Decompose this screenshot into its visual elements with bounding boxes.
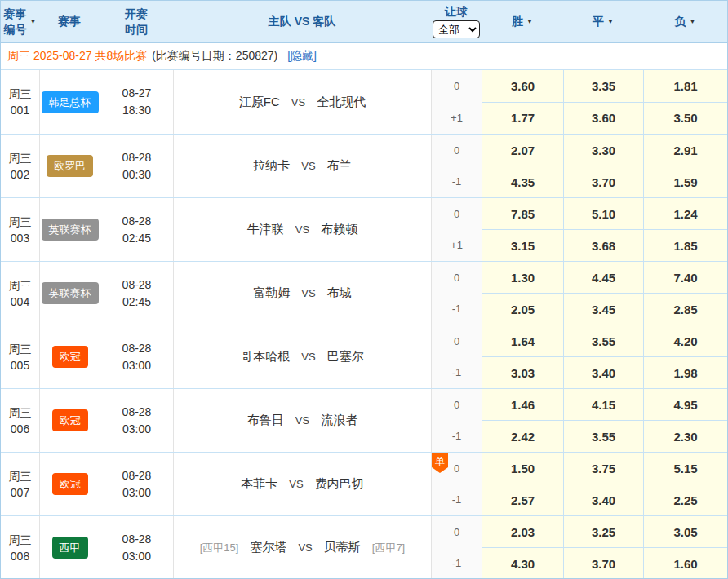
draw-odds-line1[interactable]: 3.35 [564,70,643,102]
win-odds-line1[interactable]: 1.46 [482,389,563,420]
draw-odds-column: 3.75 3.40 [563,453,643,515]
draw-odds-line1[interactable]: 3.30 [564,135,643,166]
header-match-id-label-line1: 赛事 [4,7,27,21]
lose-odds-line1[interactable]: 1.24 [644,198,727,229]
win-odds-line2[interactable]: 3.15 [482,229,563,261]
win-odds-line1[interactable]: 2.03 [482,516,563,547]
win-odds-line1[interactable]: 3.60 [482,70,563,102]
match-number: 008 [11,548,29,564]
league-badge[interactable]: 欧冠 [52,346,88,368]
match-time: 03:00 [122,357,151,374]
vs-label: VS [298,541,312,554]
handicap-value-line1: 0 [432,325,482,357]
draw-odds-line1[interactable]: 5.10 [564,198,643,229]
handicap-value-line1: 0 [432,389,482,421]
lose-odds-line1[interactable]: 4.20 [644,325,727,356]
win-odds-line2[interactable]: 2.57 [482,484,563,515]
win-odds-line2[interactable]: 4.30 [482,547,563,579]
draw-odds-line2[interactable]: 3.55 [564,420,643,452]
lose-odds-line2[interactable]: 2.30 [644,420,727,452]
draw-odds-line2[interactable]: 3.70 [564,547,643,579]
win-odds-line2[interactable]: 2.42 [482,420,563,452]
match-time: 03:00 [122,421,151,438]
win-odds-line1[interactable]: 1.50 [482,453,563,484]
match-number: 006 [11,421,29,437]
lose-odds-line1[interactable]: 2.91 [644,135,727,166]
home-team-name: 布鲁日 [247,413,284,428]
draw-odds-line2[interactable]: 3.40 [564,484,643,515]
draw-odds-line2[interactable]: 3.45 [564,293,643,325]
draw-odds-line2[interactable]: 3.70 [564,166,643,197]
match-row: 周三 001 韩足总杯 08-27 18:30 江原FC VS 全北现代 0 +… [1,70,727,134]
draw-odds-line2[interactable]: 3.60 [564,102,643,135]
lose-odds-line1[interactable]: 5.15 [644,453,727,484]
handicap-value-line2: -1 [432,421,482,453]
draw-odds-column: 3.30 3.70 [563,135,643,197]
teams-cell: [西甲15] 塞尔塔 VS 贝蒂斯 [西甲7] [173,516,431,579]
header-match-id-sort[interactable]: 赛事 编号 ▼ [1,1,39,42]
lose-odds-line2[interactable]: 1.59 [644,166,727,197]
league-badge[interactable]: 英联赛杯 [42,219,99,241]
handicap-value-line2: -1 [432,294,482,325]
match-row: 周三 008 西甲 08-28 03:00 [西甲15] 塞尔塔 VS 贝蒂斯 … [1,515,727,579]
lose-odds-line1[interactable]: 3.05 [644,516,727,547]
league-badge[interactable]: 西甲 [52,537,88,559]
match-id-cell: 周三 006 [1,389,39,452]
draw-odds-column: 3.55 3.40 [563,325,643,388]
handicap-value-line2: -1 [432,166,482,198]
lose-odds-line2[interactable]: 2.25 [644,484,727,515]
vs-label: VS [295,223,309,236]
win-odds-line1[interactable]: 7.85 [482,198,563,229]
league-badge[interactable]: 欧罗巴 [47,155,93,177]
away-team-name: 贝蒂斯 [324,540,361,555]
lose-odds-column: 5.15 2.25 [643,453,727,515]
win-odds-line2[interactable]: 1.77 [482,102,563,135]
lose-odds-line1[interactable]: 1.81 [644,70,727,102]
draw-odds-column: 4.45 3.45 [563,262,643,325]
match-date: 08-28 [122,149,152,166]
win-odds-column: 7.85 3.15 [482,198,563,261]
header-lose-sort[interactable]: 负 ▼ [643,1,727,42]
match-weekday: 周三 [9,404,32,421]
league-badge[interactable]: 英联赛杯 [42,282,99,304]
draw-odds-line1[interactable]: 3.55 [564,325,643,356]
league-badge[interactable]: 欧冠 [52,409,88,431]
match-weekday: 周三 [9,532,32,548]
win-odds-line1[interactable]: 1.30 [482,262,563,293]
lose-odds-line2[interactable]: 1.98 [644,356,727,388]
win-odds-line1[interactable]: 1.64 [482,325,563,356]
draw-odds-line1[interactable]: 3.75 [564,453,643,484]
draw-odds-line2[interactable]: 3.40 [564,356,643,388]
match-time: 18:30 [122,102,151,119]
lose-odds-line1[interactable]: 7.40 [644,262,727,293]
win-odds-line2[interactable]: 2.05 [482,293,563,325]
match-weekday: 周三 [9,468,32,484]
win-odds-line1[interactable]: 2.07 [482,135,563,166]
draw-odds-line1[interactable]: 4.15 [564,389,643,420]
win-odds-line2[interactable]: 4.35 [482,166,563,197]
draw-odds-line1[interactable]: 4.45 [564,262,643,293]
win-odds-line2[interactable]: 3.03 [482,356,563,388]
lose-odds-line1[interactable]: 4.95 [644,389,727,420]
sort-arrow-icon: ▼ [690,19,696,25]
lose-odds-line2[interactable]: 2.85 [644,293,727,325]
header-draw-sort[interactable]: 平 ▼ [563,1,643,42]
lose-odds-line2[interactable]: 3.50 [644,102,727,135]
header-win-sort[interactable]: 胜 ▼ [482,1,563,42]
handicap-filter-select[interactable]: 全部 [433,20,480,38]
match-id-cell: 周三 001 [1,70,39,134]
league-badge[interactable]: 韩足总杯 [42,91,99,113]
header-start-time: 开赛 时间 [100,1,173,42]
match-date: 08-28 [122,467,152,484]
draw-odds-line2[interactable]: 3.68 [564,229,643,261]
lose-odds-line2[interactable]: 1.85 [644,229,727,261]
match-number: 003 [11,230,29,246]
header-draw-label: 平 [593,15,604,29]
league-cell: 欧冠 [39,389,100,452]
league-badge[interactable]: 欧冠 [52,473,88,495]
lose-odds-line2[interactable]: 1.60 [644,547,727,579]
handicap-cell: 0 -1 [431,262,482,325]
draw-odds-line1[interactable]: 3.25 [564,516,643,547]
handicap-cell: 0 -1 [431,135,482,197]
hide-link[interactable]: [隐藏] [287,49,317,64]
